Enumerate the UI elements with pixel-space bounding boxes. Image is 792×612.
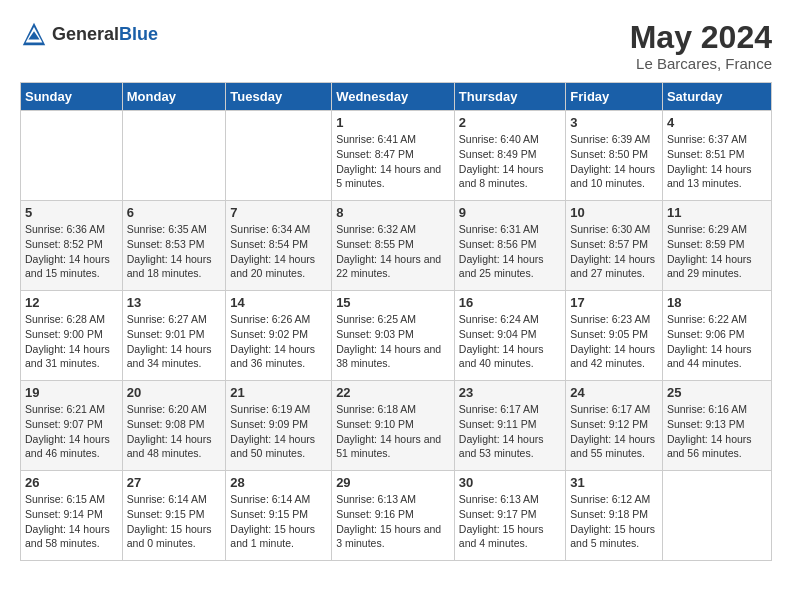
day-number: 16 [459, 295, 561, 310]
calendar-cell: 4Sunrise: 6:37 AM Sunset: 8:51 PM Daylig… [662, 111, 771, 201]
calendar-cell: 31Sunrise: 6:12 AM Sunset: 9:18 PM Dayli… [566, 471, 663, 561]
day-number: 20 [127, 385, 222, 400]
day-info: Sunrise: 6:13 AM Sunset: 9:17 PM Dayligh… [459, 492, 561, 551]
subtitle: Le Barcares, France [630, 55, 772, 72]
day-info: Sunrise: 6:34 AM Sunset: 8:54 PM Dayligh… [230, 222, 327, 281]
calendar-cell: 7Sunrise: 6:34 AM Sunset: 8:54 PM Daylig… [226, 201, 332, 291]
day-number: 15 [336, 295, 450, 310]
day-number: 13 [127, 295, 222, 310]
day-info: Sunrise: 6:30 AM Sunset: 8:57 PM Dayligh… [570, 222, 658, 281]
header-cell-monday: Monday [122, 83, 226, 111]
header-cell-thursday: Thursday [454, 83, 565, 111]
calendar-week-row: 19Sunrise: 6:21 AM Sunset: 9:07 PM Dayli… [21, 381, 772, 471]
calendar-cell: 3Sunrise: 6:39 AM Sunset: 8:50 PM Daylig… [566, 111, 663, 201]
calendar-header-row: SundayMondayTuesdayWednesdayThursdayFrid… [21, 83, 772, 111]
day-number: 14 [230, 295, 327, 310]
header-cell-wednesday: Wednesday [332, 83, 455, 111]
day-number: 4 [667, 115, 767, 130]
calendar-cell: 17Sunrise: 6:23 AM Sunset: 9:05 PM Dayli… [566, 291, 663, 381]
day-info: Sunrise: 6:22 AM Sunset: 9:06 PM Dayligh… [667, 312, 767, 371]
day-number: 10 [570, 205, 658, 220]
title-area: May 2024 Le Barcares, France [630, 20, 772, 72]
calendar-cell [662, 471, 771, 561]
day-number: 29 [336, 475, 450, 490]
main-title: May 2024 [630, 20, 772, 55]
calendar-cell: 20Sunrise: 6:20 AM Sunset: 9:08 PM Dayli… [122, 381, 226, 471]
calendar-cell: 2Sunrise: 6:40 AM Sunset: 8:49 PM Daylig… [454, 111, 565, 201]
day-number: 2 [459, 115, 561, 130]
calendar-cell: 13Sunrise: 6:27 AM Sunset: 9:01 PM Dayli… [122, 291, 226, 381]
day-number: 11 [667, 205, 767, 220]
day-info: Sunrise: 6:31 AM Sunset: 8:56 PM Dayligh… [459, 222, 561, 281]
day-number: 5 [25, 205, 118, 220]
calendar-cell: 14Sunrise: 6:26 AM Sunset: 9:02 PM Dayli… [226, 291, 332, 381]
day-info: Sunrise: 6:17 AM Sunset: 9:11 PM Dayligh… [459, 402, 561, 461]
day-info: Sunrise: 6:13 AM Sunset: 9:16 PM Dayligh… [336, 492, 450, 551]
day-number: 28 [230, 475, 327, 490]
day-number: 8 [336, 205, 450, 220]
day-info: Sunrise: 6:17 AM Sunset: 9:12 PM Dayligh… [570, 402, 658, 461]
day-number: 18 [667, 295, 767, 310]
header-cell-tuesday: Tuesday [226, 83, 332, 111]
day-info: Sunrise: 6:25 AM Sunset: 9:03 PM Dayligh… [336, 312, 450, 371]
calendar-cell: 11Sunrise: 6:29 AM Sunset: 8:59 PM Dayli… [662, 201, 771, 291]
calendar-cell: 23Sunrise: 6:17 AM Sunset: 9:11 PM Dayli… [454, 381, 565, 471]
calendar-cell: 24Sunrise: 6:17 AM Sunset: 9:12 PM Dayli… [566, 381, 663, 471]
calendar-cell: 25Sunrise: 6:16 AM Sunset: 9:13 PM Dayli… [662, 381, 771, 471]
calendar-week-row: 26Sunrise: 6:15 AM Sunset: 9:14 PM Dayli… [21, 471, 772, 561]
calendar-week-row: 12Sunrise: 6:28 AM Sunset: 9:00 PM Dayli… [21, 291, 772, 381]
day-info: Sunrise: 6:12 AM Sunset: 9:18 PM Dayligh… [570, 492, 658, 551]
day-info: Sunrise: 6:41 AM Sunset: 8:47 PM Dayligh… [336, 132, 450, 191]
calendar-cell: 1Sunrise: 6:41 AM Sunset: 8:47 PM Daylig… [332, 111, 455, 201]
calendar-cell [226, 111, 332, 201]
day-info: Sunrise: 6:29 AM Sunset: 8:59 PM Dayligh… [667, 222, 767, 281]
day-info: Sunrise: 6:20 AM Sunset: 9:08 PM Dayligh… [127, 402, 222, 461]
calendar-cell: 19Sunrise: 6:21 AM Sunset: 9:07 PM Dayli… [21, 381, 123, 471]
logo-text-general: General [52, 24, 119, 44]
day-number: 6 [127, 205, 222, 220]
calendar-cell: 18Sunrise: 6:22 AM Sunset: 9:06 PM Dayli… [662, 291, 771, 381]
calendar-table: SundayMondayTuesdayWednesdayThursdayFrid… [20, 82, 772, 561]
day-number: 9 [459, 205, 561, 220]
day-info: Sunrise: 6:28 AM Sunset: 9:00 PM Dayligh… [25, 312, 118, 371]
day-number: 19 [25, 385, 118, 400]
day-info: Sunrise: 6:15 AM Sunset: 9:14 PM Dayligh… [25, 492, 118, 551]
day-number: 22 [336, 385, 450, 400]
day-number: 31 [570, 475, 658, 490]
day-info: Sunrise: 6:18 AM Sunset: 9:10 PM Dayligh… [336, 402, 450, 461]
day-number: 24 [570, 385, 658, 400]
calendar-cell: 28Sunrise: 6:14 AM Sunset: 9:15 PM Dayli… [226, 471, 332, 561]
calendar-cell: 10Sunrise: 6:30 AM Sunset: 8:57 PM Dayli… [566, 201, 663, 291]
header-cell-friday: Friday [566, 83, 663, 111]
day-info: Sunrise: 6:35 AM Sunset: 8:53 PM Dayligh… [127, 222, 222, 281]
logo: GeneralBlue [20, 20, 158, 48]
day-info: Sunrise: 6:36 AM Sunset: 8:52 PM Dayligh… [25, 222, 118, 281]
day-info: Sunrise: 6:21 AM Sunset: 9:07 PM Dayligh… [25, 402, 118, 461]
calendar-cell: 6Sunrise: 6:35 AM Sunset: 8:53 PM Daylig… [122, 201, 226, 291]
day-number: 27 [127, 475, 222, 490]
day-info: Sunrise: 6:19 AM Sunset: 9:09 PM Dayligh… [230, 402, 327, 461]
day-number: 25 [667, 385, 767, 400]
day-number: 26 [25, 475, 118, 490]
day-number: 12 [25, 295, 118, 310]
calendar-cell: 9Sunrise: 6:31 AM Sunset: 8:56 PM Daylig… [454, 201, 565, 291]
logo-icon [20, 20, 48, 48]
day-number: 7 [230, 205, 327, 220]
calendar-cell: 26Sunrise: 6:15 AM Sunset: 9:14 PM Dayli… [21, 471, 123, 561]
calendar-cell [21, 111, 123, 201]
day-info: Sunrise: 6:32 AM Sunset: 8:55 PM Dayligh… [336, 222, 450, 281]
day-number: 21 [230, 385, 327, 400]
calendar-week-row: 5Sunrise: 6:36 AM Sunset: 8:52 PM Daylig… [21, 201, 772, 291]
logo-text-blue: Blue [119, 24, 158, 44]
calendar-cell: 27Sunrise: 6:14 AM Sunset: 9:15 PM Dayli… [122, 471, 226, 561]
calendar-cell: 22Sunrise: 6:18 AM Sunset: 9:10 PM Dayli… [332, 381, 455, 471]
day-number: 1 [336, 115, 450, 130]
calendar-cell: 15Sunrise: 6:25 AM Sunset: 9:03 PM Dayli… [332, 291, 455, 381]
header-cell-sunday: Sunday [21, 83, 123, 111]
calendar-cell: 30Sunrise: 6:13 AM Sunset: 9:17 PM Dayli… [454, 471, 565, 561]
calendar-cell: 8Sunrise: 6:32 AM Sunset: 8:55 PM Daylig… [332, 201, 455, 291]
header: GeneralBlue May 2024 Le Barcares, France [20, 20, 772, 72]
day-info: Sunrise: 6:23 AM Sunset: 9:05 PM Dayligh… [570, 312, 658, 371]
calendar-cell [122, 111, 226, 201]
day-info: Sunrise: 6:14 AM Sunset: 9:15 PM Dayligh… [127, 492, 222, 551]
